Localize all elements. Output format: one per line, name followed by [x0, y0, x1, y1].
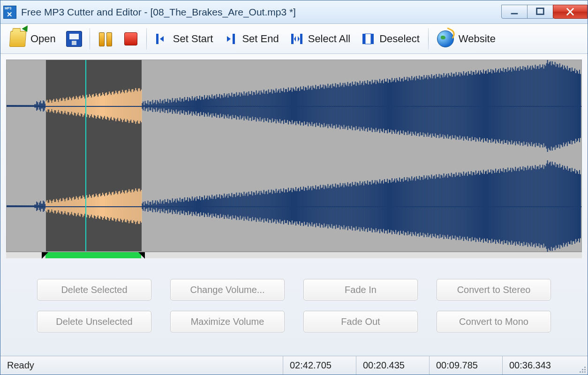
status-time-cursor: 00:36.343 — [502, 356, 575, 375]
content-area: Delete Selected Change Volume... Fade In… — [0, 54, 588, 356]
select-all-icon — [290, 32, 303, 45]
selection-handle-right[interactable] — [138, 252, 145, 259]
svg-rect-3 — [233, 34, 235, 44]
status-time-total: 02:42.705 — [283, 356, 356, 375]
minimize-button[interactable] — [501, 5, 528, 19]
delete-unselected-button[interactable]: Delete Unselected — [37, 311, 151, 332]
svg-rect-1 — [537, 8, 544, 14]
selection-range[interactable] — [45, 252, 141, 258]
fade-out-button[interactable]: Fade Out — [303, 311, 418, 332]
deselect-button[interactable]: Deselect — [358, 28, 423, 50]
waveform-channel-left — [7, 60, 581, 152]
website-button[interactable]: Website — [433, 28, 499, 50]
website-label: Website — [459, 33, 496, 45]
selection-handle-left[interactable] — [42, 252, 48, 259]
status-time-selection-start: 00:09.785 — [429, 356, 502, 375]
toolbar: Open Set Start Set End — [0, 24, 588, 54]
svg-rect-8 — [371, 34, 374, 44]
svg-rect-5 — [300, 34, 302, 44]
save-button[interactable] — [63, 28, 85, 50]
set-start-button[interactable]: Set Start — [151, 28, 217, 50]
svg-rect-7 — [365, 34, 371, 44]
set-end-icon — [224, 32, 237, 45]
window-controls — [502, 5, 588, 20]
save-icon — [66, 31, 82, 47]
app-window: Free MP3 Cutter and Editor - [08_The_Bra… — [0, 0, 588, 375]
selection-bar[interactable] — [6, 252, 582, 258]
stop-icon — [124, 32, 137, 45]
action-buttons: Delete Selected Change Volume... Fade In… — [6, 258, 582, 346]
set-start-label: Set Start — [173, 33, 213, 45]
toolbar-separator — [146, 28, 147, 50]
svg-rect-6 — [362, 34, 365, 44]
waveform-display[interactable] — [6, 60, 582, 252]
status-time-selection-end: 00:20.435 — [356, 356, 429, 375]
resize-grip[interactable] — [575, 356, 588, 375]
folder-open-icon — [9, 31, 26, 47]
maximize-button[interactable] — [527, 5, 553, 19]
app-icon — [3, 6, 16, 19]
waveform-channel-right — [7, 160, 581, 252]
svg-rect-0 — [511, 13, 518, 14]
globe-icon — [437, 30, 454, 47]
open-button[interactable]: Open — [6, 28, 60, 50]
toolbar-separator — [428, 28, 429, 50]
titlebar: Free MP3 Cutter and Editor - [08_The_Bra… — [0, 0, 588, 24]
toolbar-separator — [90, 28, 90, 50]
stop-button[interactable] — [120, 28, 142, 50]
status-text: Ready — [0, 356, 283, 375]
set-start-icon — [155, 32, 168, 45]
change-volume-button[interactable]: Change Volume... — [170, 279, 285, 300]
svg-rect-2 — [156, 34, 158, 44]
delete-selected-button[interactable]: Delete Selected — [37, 279, 151, 300]
svg-rect-4 — [291, 34, 294, 44]
convert-to-mono-button[interactable]: Convert to Mono — [437, 311, 551, 332]
select-all-label: Select All — [308, 33, 351, 45]
pause-icon — [98, 31, 113, 47]
set-end-label: Set End — [242, 33, 279, 45]
close-button[interactable] — [553, 5, 588, 19]
maximize-volume-button[interactable]: Maximize Volume — [170, 311, 285, 332]
select-all-button[interactable]: Select All — [286, 28, 354, 50]
deselect-label: Deselect — [379, 33, 420, 45]
convert-to-stereo-button[interactable]: Convert to Stereo — [437, 279, 551, 300]
deselect-icon — [362, 32, 375, 45]
playhead-cursor[interactable] — [85, 60, 86, 251]
status-bar: Ready 02:42.705 00:20.435 00:09.785 00:3… — [0, 356, 588, 375]
window-title: Free MP3 Cutter and Editor - [08_The_Bra… — [21, 7, 296, 18]
fade-in-button[interactable]: Fade In — [303, 279, 418, 300]
set-end-button[interactable]: Set End — [220, 28, 282, 50]
open-label: Open — [30, 33, 56, 45]
pause-button[interactable] — [95, 28, 116, 50]
